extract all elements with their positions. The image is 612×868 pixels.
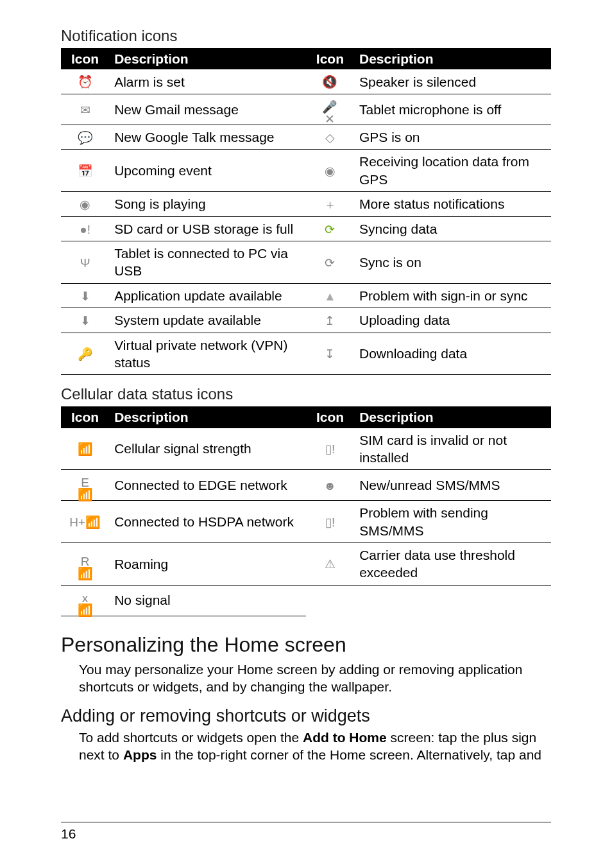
icon-cell: ▲ [306, 283, 354, 308]
description-cell: Alarm is set [109, 69, 306, 94]
table-row: ΨTablet is connected to PC via USB⟳Sync … [61, 241, 551, 284]
icon-cell: ⏰ [61, 69, 109, 94]
hdr-desc-1: Description [109, 406, 306, 428]
icon-cell: ◉ [306, 150, 354, 192]
status-icon: H+📶 [77, 514, 94, 530]
hdr-icon-2: Icon [306, 406, 354, 428]
icon-cell: ＋ [306, 192, 354, 217]
description-cell: Problem with sending SMS/MMS [354, 501, 551, 543]
table-row: ●!SD card or USB storage is full⟳Syncing… [61, 216, 551, 241]
icon-cell: ▯! [306, 428, 354, 470]
table-row: ⬇Application update available▲Problem wi… [61, 283, 551, 308]
description-cell: New/unread SMS/MMS [354, 470, 551, 501]
notification-icons-table: Icon Description Icon Description ⏰Alarm… [61, 48, 551, 375]
cellular-icons-table: Icon Description Icon Description 📶Cellu… [61, 406, 551, 616]
icon-cell: ◇ [306, 125, 354, 150]
status-icon: ⬇ [77, 313, 94, 329]
table-row: ◉Song is playing＋More status notificatio… [61, 192, 551, 217]
status-icon: R📶 [77, 559, 94, 576]
icon-cell: 🎤✕ [306, 94, 354, 125]
status-icon: ✉ [77, 101, 94, 118]
status-icon: 🔑 [77, 346, 94, 363]
status-icon: ⏰ [77, 74, 94, 91]
table-row: 📶Cellular signal strength▯!SIM card is i… [61, 428, 551, 470]
icon-cell: ⟳ [306, 216, 354, 241]
description-cell: New Gmail message [109, 94, 306, 125]
personalizing-body: You may personalize your Home screen by … [79, 661, 551, 696]
icon-cell: ◉ [61, 192, 109, 217]
status-icon: ⟳ [321, 221, 338, 238]
hdr-icon-1: Icon [61, 406, 109, 428]
page-footer: 16 [61, 822, 551, 842]
icon-cell: ↧ [306, 333, 354, 375]
description-cell: More status notifications [354, 192, 551, 217]
table-row: ⬇System update available↥Uploading data [61, 308, 551, 333]
status-icon: ⬇ [77, 288, 94, 304]
description-cell: Song is playing [109, 192, 306, 217]
description-cell: Connected to EDGE network [109, 470, 306, 501]
description-cell: Application update available [109, 283, 306, 308]
icon-cell: ⬇ [61, 283, 109, 308]
icon-cell: ☻ [306, 470, 354, 501]
status-icon: 📅 [77, 163, 94, 180]
description-cell: SIM card is invalid or not installed [354, 428, 551, 470]
status-icon: ◉ [77, 196, 94, 213]
status-icon: 🔇 [321, 74, 338, 91]
text-segment: in the top-right corner of the Home scre… [157, 747, 541, 762]
page-number: 16 [61, 826, 76, 841]
icon-cell: ▯! [306, 501, 354, 543]
status-icon: ⟳ [321, 254, 338, 271]
status-icon: x📶 [77, 596, 94, 612]
status-icon: ●! [77, 221, 94, 238]
icon-cell: ✉ [61, 94, 109, 125]
hdr-desc-2: Description [354, 406, 551, 428]
table-header-row: Icon Description Icon Description [61, 48, 551, 69]
table-row: ⏰Alarm is set🔇Speaker is silenced [61, 69, 551, 94]
status-icon: ▲ [321, 288, 338, 304]
status-icon: ☻ [322, 478, 339, 494]
status-icon: ↧ [321, 346, 338, 363]
hdr-icon-2: Icon [306, 48, 354, 69]
status-icon: ◉ [321, 163, 338, 180]
description-cell: Upcoming event [109, 150, 306, 192]
status-icon: ＋ [321, 196, 338, 213]
description-cell: Tablet microphone is off [354, 94, 551, 125]
icon-cell: 📅 [61, 150, 109, 192]
table-row: H+📶Connected to HSDPA network▯!Problem w… [61, 501, 551, 543]
description-cell: No signal [109, 585, 306, 616]
icon-cell: ↥ [306, 308, 354, 333]
icon-cell: ●! [61, 216, 109, 241]
add-to-home-bold: Add to Home [303, 730, 387, 745]
table-row: E📶Connected to EDGE network☻New/unread S… [61, 470, 551, 501]
description-cell: Receiving location data from GPS [354, 150, 551, 192]
icon-cell: E📶 [61, 470, 109, 501]
description-cell: GPS is on [354, 125, 551, 150]
description-cell [354, 585, 551, 616]
table-row: 📅Upcoming event◉Receiving location data … [61, 150, 551, 192]
table-header-row: Icon Description Icon Description [61, 406, 551, 428]
notification-icons-heading: Notification icons [61, 26, 551, 46]
description-cell: Virtual private network (VPN) status [109, 333, 306, 375]
hdr-icon-1: Icon [61, 48, 109, 69]
description-cell: Sync is on [354, 241, 551, 284]
adding-shortcuts-body: To add shortcuts or widgets open the Add… [79, 729, 551, 764]
description-cell: Tablet is connected to PC via USB [109, 241, 306, 284]
status-icon: ◇ [321, 129, 338, 146]
table-row: ✉New Gmail message🎤✕Tablet microphone is… [61, 94, 551, 125]
apps-bold: Apps [123, 747, 157, 762]
icon-cell: 💬 [61, 125, 109, 150]
description-cell: Cellular signal strength [109, 428, 306, 470]
status-icon: E📶 [77, 480, 94, 497]
icon-cell: 📶 [61, 428, 109, 470]
table-row: 💬New Google Talk message◇GPS is on [61, 125, 551, 150]
description-cell: Syncing data [354, 216, 551, 241]
description-cell: Carrier data use threshold exceeded [354, 542, 551, 585]
description-cell: System update available [109, 308, 306, 333]
icon-cell: ⬇ [61, 308, 109, 333]
icon-cell: 🔇 [306, 69, 354, 94]
status-icon: ↥ [321, 313, 338, 329]
cellular-icons-heading: Cellular data status icons [61, 384, 551, 404]
adding-shortcuts-heading: Adding or removing shortcuts or widgets [61, 705, 551, 727]
status-icon: 🎤✕ [321, 105, 338, 121]
table-row: 🔑Virtual private network (VPN) status↧Do… [61, 333, 551, 375]
